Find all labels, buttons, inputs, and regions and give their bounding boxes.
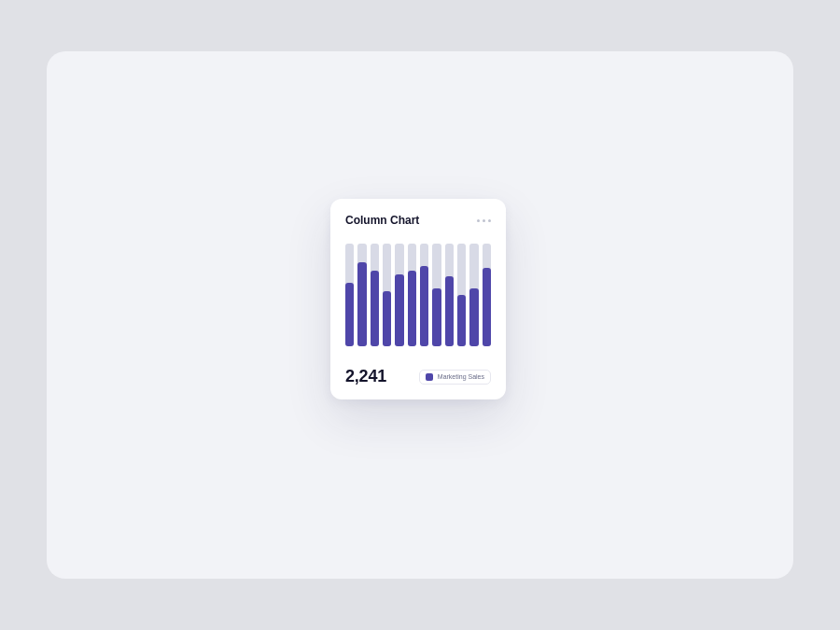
- total-value: 2,241: [345, 367, 386, 386]
- legend-chip: Marketing Sales: [419, 370, 491, 385]
- card-header: Column Chart: [345, 214, 491, 227]
- bar-fill: [420, 266, 428, 346]
- summary-row: 2,241 Marketing Sales: [345, 367, 491, 386]
- legend-swatch-icon: [426, 373, 433, 381]
- chart-card: Column Chart 2,241 Marketing Sales: [330, 199, 506, 399]
- bar-fill: [432, 288, 441, 346]
- bar-track: [457, 244, 466, 346]
- bar-fill: [469, 288, 478, 346]
- bar-track: [395, 244, 403, 346]
- bar-track: [357, 244, 366, 346]
- bar-track: [345, 244, 354, 346]
- bar-track: [432, 244, 441, 346]
- bar-fill: [383, 291, 391, 346]
- bar-fill: [445, 276, 454, 346]
- bar-track: [483, 244, 491, 346]
- bar-track: [445, 244, 454, 346]
- bar-fill: [457, 295, 466, 346]
- legend-label: Marketing Sales: [438, 373, 484, 380]
- more-options-icon[interactable]: [477, 219, 491, 222]
- bar-track: [371, 244, 379, 346]
- canvas-background: Column Chart 2,241 Marketing Sales: [47, 51, 793, 579]
- bar-track: [420, 244, 428, 346]
- bar-fill: [345, 283, 354, 346]
- bar-fill: [483, 268, 491, 346]
- bar-track: [408, 244, 416, 346]
- bar-fill: [395, 274, 403, 346]
- bar-track: [469, 244, 478, 346]
- bar-fill: [357, 262, 366, 346]
- column-chart: [345, 244, 491, 346]
- card-title: Column Chart: [345, 214, 419, 227]
- bar-track: [383, 244, 391, 346]
- bar-fill: [408, 271, 416, 346]
- bar-fill: [371, 271, 379, 346]
